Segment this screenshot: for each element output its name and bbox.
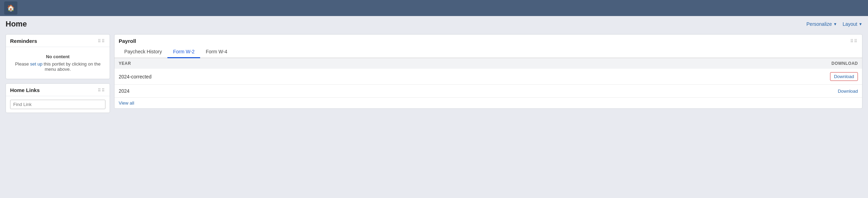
view-all-link[interactable]: View all [115,98,139,108]
home-links-drag-handle[interactable]: ⠿⠿ [98,88,105,93]
home-nav-button[interactable]: 🏠 [4,1,17,15]
find-link-input[interactable] [10,100,105,109]
home-links-title: Home Links [10,87,40,93]
year-cell: 2024-corrected [115,69,512,85]
personalize-button[interactable]: Personalize ▼ [806,21,837,27]
payroll-portlet: Payroll ⠿⠿ Paycheck History Form W-2 For… [114,34,862,109]
page-header-actions: Personalize ▼ Layout ▼ [806,21,862,27]
reminders-title: Reminders [10,38,37,44]
layout-label: Layout [843,21,857,27]
page-title: Home [6,20,27,29]
main-content: Reminders ⠿⠿ No content Please set up th… [0,31,868,119]
personalize-chevron-icon: ▼ [833,22,837,26]
download-link-1[interactable]: Download [838,89,858,94]
tab-form-w2[interactable]: Form W-2 [167,46,200,58]
home-icon: 🏠 [7,4,15,12]
page-header: Home Personalize ▼ Layout ▼ [0,16,868,31]
year-column-header: YEAR [115,58,512,69]
year-cell: 2024 [115,85,512,98]
table-header-row: YEAR DOWNLOAD [115,58,862,69]
download-button-0[interactable]: Download [830,72,858,81]
personalize-label: Personalize [806,21,832,27]
reminders-drag-handle[interactable]: ⠿⠿ [98,39,105,44]
download-cell: Download [512,69,862,85]
home-links-header: Home Links ⠿⠿ [6,84,110,96]
no-content-label: No content [10,54,105,59]
tab-form-w4[interactable]: Form W-4 [200,46,233,58]
reminders-body: No content Please set up this portlet by… [6,47,110,79]
no-content-desc-prefix: Please [15,61,30,67]
table-row: 2024-corrected Download [115,69,862,85]
home-links-portlet: Home Links ⠿⠿ [6,83,110,113]
reminders-portlet-header: Reminders ⠿⠿ [6,35,110,47]
tab-paycheck-history[interactable]: Paycheck History [119,46,167,58]
left-column: Reminders ⠿⠿ No content Please set up th… [6,34,110,113]
w2-table: YEAR DOWNLOAD 2024-corrected Download 20… [115,58,862,98]
no-content-desc-suffix: this portlet by clicking on the menu abo… [42,61,101,72]
home-links-body [6,96,110,113]
setup-link[interactable]: set up [30,61,42,67]
layout-button[interactable]: Layout ▼ [843,21,862,27]
payroll-tabs: Paycheck History Form W-2 Form W-4 [115,46,862,58]
table-row: 2024 Download [115,85,862,98]
reminders-portlet: Reminders ⠿⠿ No content Please set up th… [6,34,110,79]
download-column-header: DOWNLOAD [512,58,862,69]
layout-chevron-icon: ▼ [859,22,862,26]
top-nav: 🏠 [0,0,868,16]
no-content-desc: Please set up this portlet by clicking o… [10,61,105,72]
payroll-header: Payroll ⠿⠿ [115,35,862,44]
download-cell: Download [512,85,862,98]
payroll-title: Payroll [119,38,136,44]
payroll-drag-handle[interactable]: ⠿⠿ [850,39,858,44]
